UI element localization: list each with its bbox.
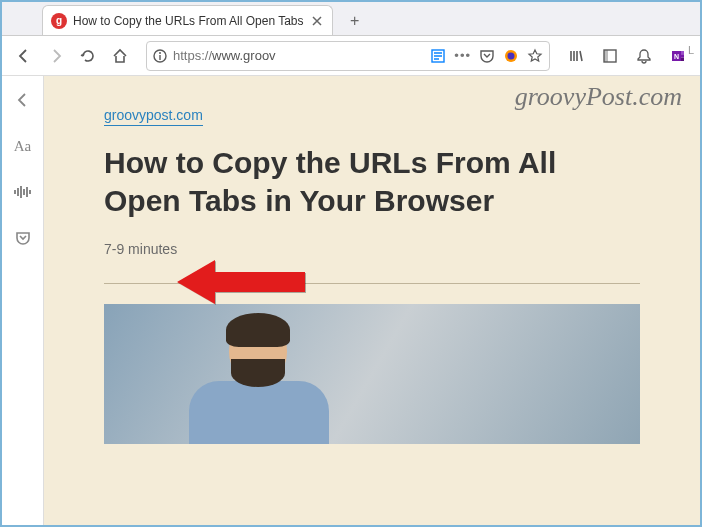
url-bar[interactable]: https://www.groov ••• (146, 41, 550, 71)
svg-point-1 (159, 52, 161, 54)
tab-bar: g How to Copy the URLs From All Open Tab… (2, 2, 700, 36)
bookmark-star-icon[interactable] (527, 48, 543, 64)
read-time: 7-9 minutes (104, 241, 640, 257)
reader-mode-icon[interactable] (430, 48, 446, 64)
article-title: How to Copy the URLs From All Open Tabs … (104, 144, 640, 219)
svg-rect-7 (604, 50, 608, 62)
firefox-icon[interactable] (503, 48, 519, 64)
back-button[interactable] (10, 42, 38, 70)
home-button[interactable] (106, 42, 134, 70)
svg-rect-15 (20, 186, 22, 198)
article-hero-image (104, 304, 640, 444)
forward-button[interactable] (42, 42, 70, 70)
page-actions-icon[interactable]: ••• (454, 48, 471, 63)
browser-tab[interactable]: g How to Copy the URLs From All Open Tab… (42, 5, 333, 35)
reader-sidebar: Aa (2, 76, 44, 525)
library-icon[interactable] (562, 42, 590, 70)
reload-button[interactable] (74, 42, 102, 70)
svg-rect-17 (26, 187, 28, 197)
reader-close-button[interactable] (9, 86, 37, 114)
url-text: https://www.groov (173, 48, 276, 63)
pocket-icon[interactable] (479, 48, 495, 64)
svg-text:N: N (674, 53, 679, 60)
notification-icon[interactable] (630, 42, 658, 70)
svg-rect-10 (681, 54, 684, 57)
toolbar: https://www.groov ••• N (2, 36, 700, 76)
reader-content: groovyPost.com groovypost.com How to Cop… (44, 76, 700, 525)
tab-title: How to Copy the URLs From All Open Tabs (73, 14, 304, 28)
favicon-icon: g (51, 13, 67, 29)
site-info-icon[interactable] (153, 49, 167, 63)
close-icon[interactable] (310, 14, 324, 28)
watermark: groovyPost.com (515, 82, 682, 112)
article-site-link[interactable]: groovypost.com (104, 107, 203, 126)
save-pocket-button[interactable] (9, 224, 37, 252)
new-tab-button[interactable]: + (341, 7, 369, 35)
divider (104, 283, 640, 284)
svg-rect-9 (681, 51, 684, 54)
sidebar-icon[interactable] (596, 42, 624, 70)
svg-rect-13 (14, 190, 16, 194)
typography-button[interactable]: Aa (9, 132, 37, 160)
account-badge: L (688, 44, 694, 56)
narrate-button[interactable] (9, 178, 37, 206)
svg-rect-18 (29, 190, 31, 194)
svg-point-5 (508, 52, 515, 59)
svg-rect-2 (159, 55, 160, 60)
svg-rect-16 (23, 189, 25, 195)
svg-rect-14 (17, 188, 19, 196)
svg-rect-11 (681, 57, 684, 60)
